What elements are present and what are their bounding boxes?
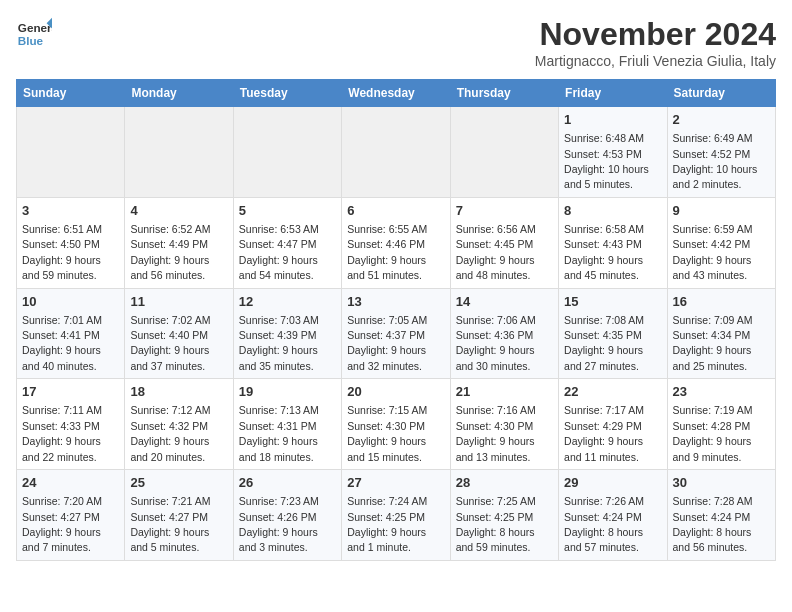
day-detail: Sunrise: 6:49 AM Sunset: 4:52 PM Dayligh… bbox=[673, 132, 758, 190]
day-detail: Sunrise: 7:28 AM Sunset: 4:24 PM Dayligh… bbox=[673, 495, 753, 553]
day-detail: Sunrise: 7:03 AM Sunset: 4:39 PM Dayligh… bbox=[239, 314, 319, 372]
page-header: General Blue November 2024 Martignacco, … bbox=[16, 16, 776, 69]
day-number: 3 bbox=[22, 202, 119, 220]
calendar-body: 1Sunrise: 6:48 AM Sunset: 4:53 PM Daylig… bbox=[17, 107, 776, 561]
calendar-cell: 14Sunrise: 7:06 AM Sunset: 4:36 PM Dayli… bbox=[450, 288, 558, 379]
calendar-cell: 17Sunrise: 7:11 AM Sunset: 4:33 PM Dayli… bbox=[17, 379, 125, 470]
day-number: 15 bbox=[564, 293, 661, 311]
calendar-week-row: 1Sunrise: 6:48 AM Sunset: 4:53 PM Daylig… bbox=[17, 107, 776, 198]
day-detail: Sunrise: 7:08 AM Sunset: 4:35 PM Dayligh… bbox=[564, 314, 644, 372]
day-number: 14 bbox=[456, 293, 553, 311]
calendar-cell: 2Sunrise: 6:49 AM Sunset: 4:52 PM Daylig… bbox=[667, 107, 775, 198]
calendar-cell: 11Sunrise: 7:02 AM Sunset: 4:40 PM Dayli… bbox=[125, 288, 233, 379]
calendar-cell: 20Sunrise: 7:15 AM Sunset: 4:30 PM Dayli… bbox=[342, 379, 450, 470]
calendar-cell: 27Sunrise: 7:24 AM Sunset: 4:25 PM Dayli… bbox=[342, 470, 450, 561]
day-number: 16 bbox=[673, 293, 770, 311]
weekday-header-cell: Monday bbox=[125, 80, 233, 107]
day-detail: Sunrise: 6:55 AM Sunset: 4:46 PM Dayligh… bbox=[347, 223, 427, 281]
calendar-cell: 13Sunrise: 7:05 AM Sunset: 4:37 PM Dayli… bbox=[342, 288, 450, 379]
day-detail: Sunrise: 7:21 AM Sunset: 4:27 PM Dayligh… bbox=[130, 495, 210, 553]
day-number: 29 bbox=[564, 474, 661, 492]
day-detail: Sunrise: 7:11 AM Sunset: 4:33 PM Dayligh… bbox=[22, 404, 102, 462]
day-detail: Sunrise: 7:17 AM Sunset: 4:29 PM Dayligh… bbox=[564, 404, 644, 462]
calendar-cell: 6Sunrise: 6:55 AM Sunset: 4:46 PM Daylig… bbox=[342, 197, 450, 288]
day-number: 12 bbox=[239, 293, 336, 311]
day-number: 10 bbox=[22, 293, 119, 311]
weekday-header-cell: Sunday bbox=[17, 80, 125, 107]
calendar-cell: 22Sunrise: 7:17 AM Sunset: 4:29 PM Dayli… bbox=[559, 379, 667, 470]
day-detail: Sunrise: 6:48 AM Sunset: 4:53 PM Dayligh… bbox=[564, 132, 649, 190]
svg-text:Blue: Blue bbox=[18, 34, 44, 47]
day-number: 19 bbox=[239, 383, 336, 401]
weekday-header-cell: Thursday bbox=[450, 80, 558, 107]
day-detail: Sunrise: 6:59 AM Sunset: 4:42 PM Dayligh… bbox=[673, 223, 753, 281]
title-area: November 2024 Martignacco, Friuli Venezi… bbox=[535, 16, 776, 69]
day-detail: Sunrise: 7:19 AM Sunset: 4:28 PM Dayligh… bbox=[673, 404, 753, 462]
calendar-cell: 9Sunrise: 6:59 AM Sunset: 4:42 PM Daylig… bbox=[667, 197, 775, 288]
calendar-cell: 23Sunrise: 7:19 AM Sunset: 4:28 PM Dayli… bbox=[667, 379, 775, 470]
weekday-header-row: SundayMondayTuesdayWednesdayThursdayFrid… bbox=[17, 80, 776, 107]
day-number: 13 bbox=[347, 293, 444, 311]
calendar-week-row: 24Sunrise: 7:20 AM Sunset: 4:27 PM Dayli… bbox=[17, 470, 776, 561]
calendar-cell bbox=[342, 107, 450, 198]
day-number: 24 bbox=[22, 474, 119, 492]
calendar-week-row: 17Sunrise: 7:11 AM Sunset: 4:33 PM Dayli… bbox=[17, 379, 776, 470]
weekday-header-cell: Tuesday bbox=[233, 80, 341, 107]
calendar-cell: 12Sunrise: 7:03 AM Sunset: 4:39 PM Dayli… bbox=[233, 288, 341, 379]
day-number: 26 bbox=[239, 474, 336, 492]
weekday-header-cell: Wednesday bbox=[342, 80, 450, 107]
day-detail: Sunrise: 7:24 AM Sunset: 4:25 PM Dayligh… bbox=[347, 495, 427, 553]
day-number: 7 bbox=[456, 202, 553, 220]
day-number: 8 bbox=[564, 202, 661, 220]
calendar-cell: 19Sunrise: 7:13 AM Sunset: 4:31 PM Dayli… bbox=[233, 379, 341, 470]
day-number: 28 bbox=[456, 474, 553, 492]
calendar-cell: 16Sunrise: 7:09 AM Sunset: 4:34 PM Dayli… bbox=[667, 288, 775, 379]
day-detail: Sunrise: 7:16 AM Sunset: 4:30 PM Dayligh… bbox=[456, 404, 536, 462]
day-detail: Sunrise: 6:58 AM Sunset: 4:43 PM Dayligh… bbox=[564, 223, 644, 281]
day-detail: Sunrise: 7:20 AM Sunset: 4:27 PM Dayligh… bbox=[22, 495, 102, 553]
day-detail: Sunrise: 7:15 AM Sunset: 4:30 PM Dayligh… bbox=[347, 404, 427, 462]
day-detail: Sunrise: 6:53 AM Sunset: 4:47 PM Dayligh… bbox=[239, 223, 319, 281]
day-number: 25 bbox=[130, 474, 227, 492]
calendar-cell: 24Sunrise: 7:20 AM Sunset: 4:27 PM Dayli… bbox=[17, 470, 125, 561]
day-detail: Sunrise: 7:12 AM Sunset: 4:32 PM Dayligh… bbox=[130, 404, 210, 462]
day-number: 6 bbox=[347, 202, 444, 220]
day-detail: Sunrise: 7:02 AM Sunset: 4:40 PM Dayligh… bbox=[130, 314, 210, 372]
calendar-cell: 30Sunrise: 7:28 AM Sunset: 4:24 PM Dayli… bbox=[667, 470, 775, 561]
day-detail: Sunrise: 7:25 AM Sunset: 4:25 PM Dayligh… bbox=[456, 495, 536, 553]
day-number: 27 bbox=[347, 474, 444, 492]
calendar-cell bbox=[233, 107, 341, 198]
calendar-cell: 3Sunrise: 6:51 AM Sunset: 4:50 PM Daylig… bbox=[17, 197, 125, 288]
calendar-cell: 7Sunrise: 6:56 AM Sunset: 4:45 PM Daylig… bbox=[450, 197, 558, 288]
calendar-cell: 28Sunrise: 7:25 AM Sunset: 4:25 PM Dayli… bbox=[450, 470, 558, 561]
calendar-cell: 25Sunrise: 7:21 AM Sunset: 4:27 PM Dayli… bbox=[125, 470, 233, 561]
weekday-header-cell: Friday bbox=[559, 80, 667, 107]
day-number: 9 bbox=[673, 202, 770, 220]
weekday-header-cell: Saturday bbox=[667, 80, 775, 107]
calendar-cell: 29Sunrise: 7:26 AM Sunset: 4:24 PM Dayli… bbox=[559, 470, 667, 561]
day-detail: Sunrise: 7:06 AM Sunset: 4:36 PM Dayligh… bbox=[456, 314, 536, 372]
day-detail: Sunrise: 6:51 AM Sunset: 4:50 PM Dayligh… bbox=[22, 223, 102, 281]
day-number: 5 bbox=[239, 202, 336, 220]
day-number: 23 bbox=[673, 383, 770, 401]
calendar-cell: 15Sunrise: 7:08 AM Sunset: 4:35 PM Dayli… bbox=[559, 288, 667, 379]
day-number: 30 bbox=[673, 474, 770, 492]
calendar-cell: 10Sunrise: 7:01 AM Sunset: 4:41 PM Dayli… bbox=[17, 288, 125, 379]
day-detail: Sunrise: 6:56 AM Sunset: 4:45 PM Dayligh… bbox=[456, 223, 536, 281]
calendar-cell: 5Sunrise: 6:53 AM Sunset: 4:47 PM Daylig… bbox=[233, 197, 341, 288]
day-number: 4 bbox=[130, 202, 227, 220]
day-number: 11 bbox=[130, 293, 227, 311]
month-title: November 2024 bbox=[535, 16, 776, 53]
day-number: 20 bbox=[347, 383, 444, 401]
calendar-cell: 26Sunrise: 7:23 AM Sunset: 4:26 PM Dayli… bbox=[233, 470, 341, 561]
calendar-cell: 18Sunrise: 7:12 AM Sunset: 4:32 PM Dayli… bbox=[125, 379, 233, 470]
calendar-cell: 4Sunrise: 6:52 AM Sunset: 4:49 PM Daylig… bbox=[125, 197, 233, 288]
logo: General Blue bbox=[16, 16, 52, 52]
day-number: 17 bbox=[22, 383, 119, 401]
location-title: Martignacco, Friuli Venezia Giulia, Ital… bbox=[535, 53, 776, 69]
day-detail: Sunrise: 7:23 AM Sunset: 4:26 PM Dayligh… bbox=[239, 495, 319, 553]
day-number: 18 bbox=[130, 383, 227, 401]
day-detail: Sunrise: 7:05 AM Sunset: 4:37 PM Dayligh… bbox=[347, 314, 427, 372]
day-detail: Sunrise: 7:26 AM Sunset: 4:24 PM Dayligh… bbox=[564, 495, 644, 553]
logo-icon: General Blue bbox=[16, 16, 52, 52]
